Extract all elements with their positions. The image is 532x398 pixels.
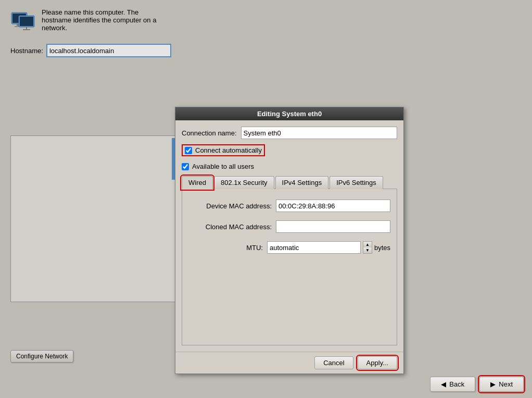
next-arrow-icon: ▶ xyxy=(490,380,496,388)
device-mac-input[interactable] xyxy=(276,200,390,212)
editing-dialog: Editing System eth0 Connection name: Con… xyxy=(175,107,404,374)
mtu-unit: bytes xyxy=(374,244,390,252)
connect-auto-wrapper: Connect automatically xyxy=(182,144,397,159)
cloned-mac-input[interactable] xyxy=(276,220,390,233)
mtu-spin-up[interactable]: ▲ xyxy=(363,242,372,247)
next-button[interactable]: ▶ Next xyxy=(479,377,524,392)
cloned-mac-row: Cloned MAC address: xyxy=(188,220,390,233)
connect-automatically-row: Connect automatically xyxy=(182,144,265,156)
device-mac-row: Device MAC address: xyxy=(188,200,390,212)
next-label: Next xyxy=(499,380,513,388)
available-all-checkbox[interactable] xyxy=(182,163,189,170)
tabs-container: Wired 802.1x Security IPv4 Settings IPv6… xyxy=(182,176,397,345)
dialog-title: Editing System eth0 xyxy=(257,110,322,118)
connect-automatically-label[interactable]: Connect automatically xyxy=(195,146,262,154)
cloned-mac-label: Cloned MAC address: xyxy=(188,223,272,231)
connection-name-row: Connection name: xyxy=(182,127,397,139)
device-mac-label: Device MAC address: xyxy=(188,202,272,210)
mtu-label: MTU: xyxy=(188,244,263,252)
dialog-body: Connection name: Connect automatically A… xyxy=(175,120,403,352)
mtu-row: MTU: ▲ ▼ bytes xyxy=(188,241,390,254)
connect-automatically-checkbox[interactable] xyxy=(185,147,192,154)
tab-802-1x[interactable]: 802.1x Security xyxy=(214,176,274,189)
wired-tab-content: Device MAC address: Cloned MAC address: … xyxy=(182,189,397,345)
mtu-container: ▲ ▼ bytes xyxy=(267,241,390,254)
back-arrow-icon: ◀ xyxy=(441,380,446,388)
available-all-row: Available to all users xyxy=(182,163,397,170)
tab-wired[interactable]: Wired xyxy=(182,176,213,189)
dialog-titlebar: Editing System eth0 xyxy=(175,107,403,120)
connection-name-input[interactable] xyxy=(241,127,397,139)
available-all-label[interactable]: Available to all users xyxy=(192,163,254,170)
tab-ipv6[interactable]: IPv6 Settings xyxy=(330,176,383,189)
mtu-spin-down[interactable]: ▼ xyxy=(363,247,372,253)
mtu-spinbox: ▲ ▼ xyxy=(363,241,372,254)
tab-ipv4[interactable]: IPv4 Settings xyxy=(275,176,329,189)
dialog-footer: Cancel Apply... xyxy=(175,352,403,374)
connection-name-label: Connection name: xyxy=(182,129,237,137)
back-label: Back xyxy=(449,380,464,388)
bottom-nav: ◀ Back ▶ Next xyxy=(422,370,532,398)
apply-button[interactable]: Apply... xyxy=(358,356,397,369)
mtu-input[interactable] xyxy=(267,241,361,254)
back-button[interactable]: ◀ Back xyxy=(430,377,475,392)
cancel-button[interactable]: Cancel xyxy=(314,356,353,369)
tabs-header: Wired 802.1x Security IPv4 Settings IPv6… xyxy=(182,176,397,189)
